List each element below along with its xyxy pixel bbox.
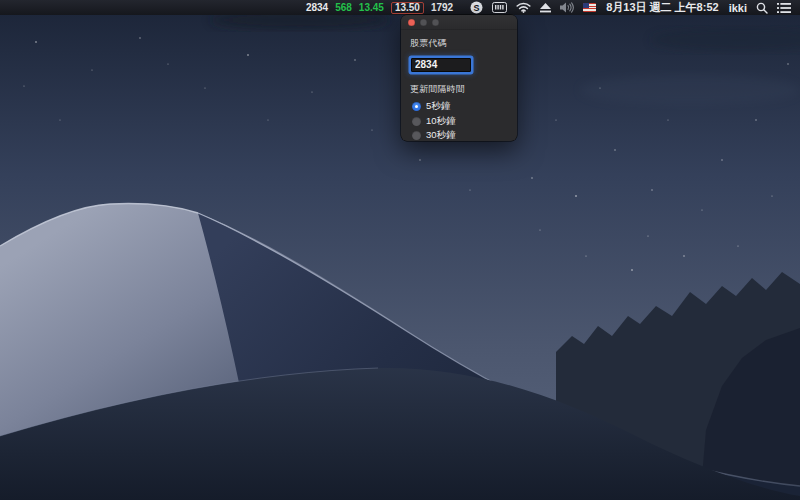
ticker-code: 2834 [306,2,328,13]
stock-settings-window: 股票代碼 更新間隔時間 5秒鐘 10秒鐘 30秒鐘 [401,15,517,141]
ticker-value-1: 568 [335,2,352,13]
wallpaper-mojave-night [0,0,800,500]
window-title-bar[interactable] [401,15,517,30]
ticker-volume: 1792 [431,2,453,13]
radio-label: 10秒鐘 [426,115,456,128]
wifi-icon[interactable] [516,0,531,15]
ticker-price-boxed: 13.50 [391,2,424,14]
desktop: 2834 568 13.45 13.50 1792 S [0,0,800,500]
radio-option-5s[interactable]: 5秒鐘 [412,100,508,115]
keyboard-icon[interactable] [492,0,507,15]
interval-label: 更新間隔時間 [410,83,508,96]
close-button[interactable] [408,19,415,26]
radio-button-selected[interactable] [412,102,421,111]
notification-center-icon[interactable] [777,0,791,15]
spotlight-search-icon[interactable] [756,0,768,15]
stock-code-input[interactable] [411,58,471,72]
stock-ticker-menu-item[interactable]: 2834 568 13.45 13.50 1792 [306,2,453,14]
radio-button[interactable] [412,131,421,140]
menu-bar: 2834 568 13.45 13.50 1792 S [0,0,800,15]
radio-button[interactable] [412,117,421,126]
radio-label: 30秒鐘 [426,129,456,142]
radio-option-30s[interactable]: 30秒鐘 [412,129,508,144]
stock-code-label: 股票代碼 [410,37,508,50]
radio-option-10s[interactable]: 10秒鐘 [412,114,508,129]
svg-text:S: S [474,3,480,13]
zoom-button[interactable] [432,19,439,26]
menu-bar-clock[interactable]: 8月13日 週二 上午8:52 [606,0,718,15]
minimize-button[interactable] [420,19,427,26]
skype-icon[interactable]: S [470,0,483,15]
ticker-value-2: 13.45 [359,2,384,13]
fast-user-switching-menu[interactable]: ikki [729,2,747,14]
volume-icon[interactable] [560,0,574,15]
eject-icon[interactable] [540,0,551,15]
radio-label: 5秒鐘 [426,100,450,113]
us-flag-icon[interactable] [583,0,596,15]
